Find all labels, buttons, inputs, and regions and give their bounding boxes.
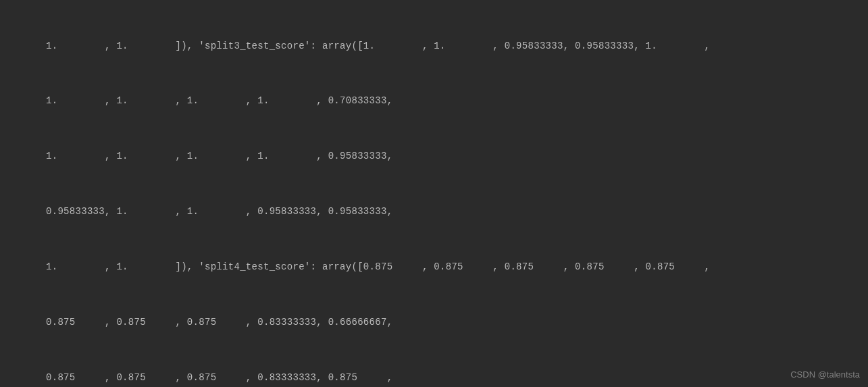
output-line: 1. , 1. , 1. , 1. , 0.70833333, xyxy=(0,92,868,110)
watermark-text: CSDN @talentsta xyxy=(790,366,860,383)
output-line: 1. , 1. ]), 'split4_test_score': array([… xyxy=(0,258,868,276)
output-line: 0.95833333, 1. , 1. , 0.95833333, 0.9583… xyxy=(0,203,868,221)
output-line: 0.875 , 0.875 , 0.875 , 0.83333333, 0.66… xyxy=(0,313,868,332)
console-output: 1. , 1. ]), 'split3_test_score': array([… xyxy=(0,0,868,387)
output-line: 0.875 , 0.875 , 0.875 , 0.83333333, 0.87… xyxy=(0,369,868,387)
output-line: 1. , 1. , 1. , 1. , 0.95833333, xyxy=(0,147,868,165)
output-line: 1. , 1. ]), 'split3_test_score': array([… xyxy=(0,37,868,55)
